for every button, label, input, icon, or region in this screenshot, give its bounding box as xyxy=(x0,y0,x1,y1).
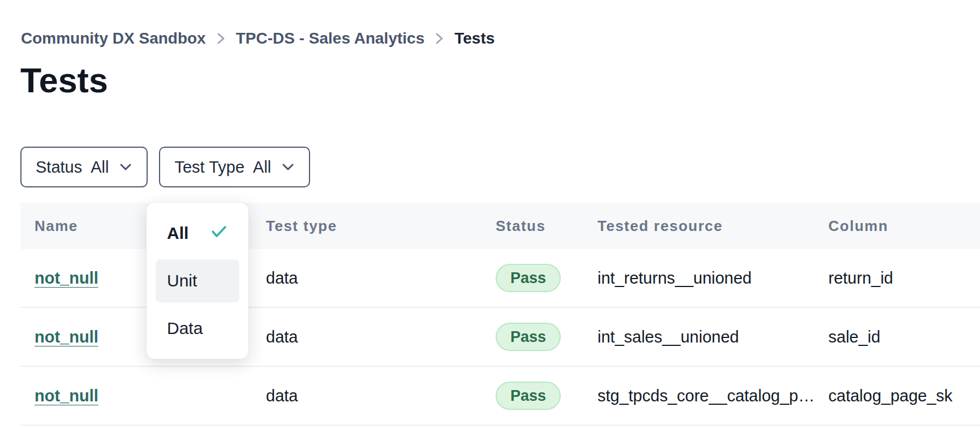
test-type-filter-label: Test Type xyxy=(174,158,244,177)
tested-resource-cell: int_returns__unioned xyxy=(583,269,814,288)
check-icon xyxy=(210,224,228,243)
tests-page: { "breadcrumb": { "items": [ { "label": … xyxy=(0,0,980,428)
table-row: not_null data Pass stg_tpcds_core__catal… xyxy=(20,367,980,426)
status-filter-button[interactable]: Status All xyxy=(20,147,148,187)
filter-bar: Status All Test Type All xyxy=(20,147,980,187)
status-filter-label: Status xyxy=(36,158,82,177)
dropdown-option-label: Data xyxy=(167,319,203,338)
tested-resource-cell: int_sales__unioned xyxy=(583,328,814,346)
tested-resource-cell: stg_tpcds_core__catalog_p… xyxy=(583,387,814,405)
test-type-cell: data xyxy=(252,387,482,405)
column-cell: return_id xyxy=(814,269,980,288)
status-badge: Pass xyxy=(496,264,561,292)
breadcrumb-item-current: Tests xyxy=(454,29,495,48)
chevron-right-icon xyxy=(435,31,444,46)
status-badge: Pass xyxy=(496,382,561,410)
test-name-link[interactable]: not_null xyxy=(35,328,98,346)
status-filter-value: All xyxy=(91,158,109,177)
dropdown-option-label: Unit xyxy=(167,271,197,290)
status-badge: Pass xyxy=(496,323,561,351)
dropdown-option-data[interactable]: Data xyxy=(156,307,239,350)
breadcrumb-item-environment[interactable]: TPC-DS - Sales Analytics xyxy=(236,29,425,48)
test-type-dropdown-menu: All Unit Data xyxy=(147,203,248,359)
breadcrumb-item-project[interactable]: Community DX Sandbox xyxy=(21,29,206,48)
column-header-tested-resource: Tested resource xyxy=(583,217,814,235)
page-title: Tests xyxy=(20,62,980,99)
dropdown-option-all[interactable]: All xyxy=(156,212,239,255)
test-type-filter-value: All xyxy=(253,158,271,177)
column-cell: sale_id xyxy=(814,328,980,346)
breadcrumb: Community DX Sandbox TPC-DS - Sales Anal… xyxy=(21,29,980,48)
test-type-cell: data xyxy=(252,269,482,288)
chevron-right-icon xyxy=(216,31,226,46)
column-cell: catalog_page_sk xyxy=(814,387,980,405)
chevron-down-icon xyxy=(119,162,132,172)
test-type-filter-button[interactable]: Test Type All xyxy=(159,147,310,187)
column-header-column: Column xyxy=(814,217,980,235)
test-name-link[interactable]: not_null xyxy=(35,269,98,287)
dropdown-option-label: All xyxy=(167,224,188,243)
chevron-down-icon xyxy=(281,162,295,172)
dropdown-option-unit[interactable]: Unit xyxy=(156,259,239,302)
test-type-cell: data xyxy=(252,328,482,346)
test-name-link[interactable]: not_null xyxy=(35,387,98,405)
column-header-test-type: Test type xyxy=(252,217,482,235)
column-header-status: Status xyxy=(482,217,583,235)
